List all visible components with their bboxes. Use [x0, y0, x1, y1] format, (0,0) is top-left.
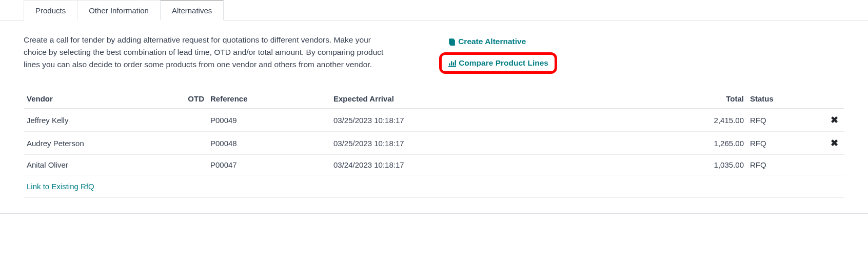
- cell-reference: P00049: [207, 109, 330, 132]
- cell-otd: [183, 109, 207, 132]
- bar-chart-icon: [448, 59, 457, 68]
- tab-other-information[interactable]: Other Information: [77, 1, 161, 21]
- col-header-otd[interactable]: OTD: [183, 89, 207, 109]
- col-header-vendor[interactable]: Vendor: [24, 89, 183, 109]
- cell-expected-arrival: 03/24/2023 10:18:17: [330, 155, 675, 175]
- cell-delete: ✖: [824, 109, 844, 132]
- cell-expected-arrival: 03/25/2023 10:18:17: [330, 109, 675, 132]
- cell-total: 1,035.00: [675, 155, 747, 175]
- cell-reference: P00048: [207, 132, 330, 155]
- link-to-existing-rfq[interactable]: Link to Existing RfQ: [24, 175, 844, 198]
- create-alternative-button[interactable]: Create Alternative: [442, 34, 557, 49]
- cell-total: 2,415.00: [675, 109, 747, 132]
- cell-status: RFQ: [747, 155, 824, 175]
- cell-status: RFQ: [747, 132, 824, 155]
- create-alternative-label: Create Alternative: [458, 37, 526, 46]
- col-header-delete: [824, 89, 844, 109]
- col-header-expected-arrival[interactable]: Expected Arrival: [330, 89, 675, 109]
- tabs-bar: Products Other Information Alternatives: [0, 0, 868, 21]
- cell-expected-arrival: 03/25/2023 10:18:17: [330, 132, 675, 155]
- delete-row-button[interactable]: ✖: [831, 138, 838, 148]
- cell-vendor: Jeffrey Kelly: [24, 109, 183, 132]
- col-header-reference[interactable]: Reference: [207, 89, 330, 109]
- cell-vendor: Anital Oliver: [24, 155, 183, 175]
- table-row[interactable]: Anital OliverP0004703/24/2023 10:18:171,…: [24, 155, 844, 175]
- cell-otd: [183, 155, 207, 175]
- col-header-status[interactable]: Status: [747, 89, 824, 109]
- tab-products[interactable]: Products: [24, 1, 77, 21]
- col-header-total[interactable]: Total: [675, 89, 747, 109]
- delete-row-button[interactable]: ✖: [831, 115, 838, 125]
- alternatives-table: Vendor OTD Reference Expected Arrival To…: [24, 89, 844, 198]
- cell-otd: [183, 132, 207, 155]
- table-row[interactable]: Audrey PetersonP0004803/25/2023 10:18:17…: [24, 132, 844, 155]
- cell-total: 1,265.00: [675, 132, 747, 155]
- copy-icon: [447, 37, 456, 46]
- compare-product-lines-button[interactable]: Compare Product Lines: [439, 52, 557, 74]
- cell-delete: ✖: [824, 132, 844, 155]
- compare-product-lines-label: Compare Product Lines: [459, 58, 548, 68]
- tab-alternatives[interactable]: Alternatives: [160, 1, 224, 21]
- cell-vendor: Audrey Peterson: [24, 132, 183, 155]
- cell-reference: P00047: [207, 155, 330, 175]
- alternatives-description: Create a call for tender by adding alter…: [24, 34, 393, 74]
- actions-group: Create Alternative Compare Product Lines: [442, 34, 844, 74]
- cell-status: RFQ: [747, 109, 824, 132]
- table-row[interactable]: Jeffrey KellyP0004903/25/2023 10:18:172,…: [24, 109, 844, 132]
- cell-delete: [824, 155, 844, 175]
